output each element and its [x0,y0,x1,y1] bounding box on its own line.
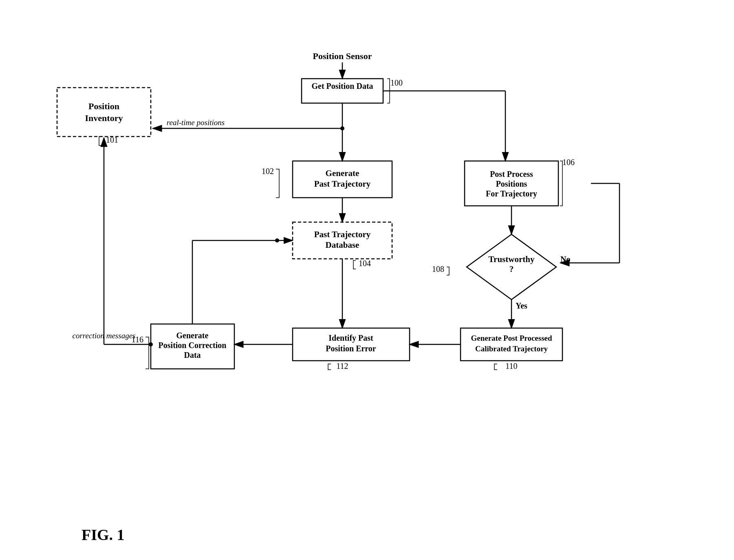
pp-text2: Positions [496,179,527,188]
gpt-text1: Generate [326,168,359,178]
ippe-text2: Position Error [326,344,376,353]
ref-108: 108 [432,265,444,273]
gpt-text2: Past Trajectory [314,179,371,189]
ref-102: 102 [262,167,274,176]
pp-text3: For Trajectory [486,189,537,198]
gpc-text2: Position Correction [159,341,227,350]
position-inventory-box [57,88,151,137]
position-sensor-label: Position Sensor [313,51,372,61]
position-inventory-text1: Position [88,101,119,111]
get-position-data-text: Get Position Data [311,82,373,90]
trustworthy-text1: Trustworthy [489,254,535,264]
trustworthy-text2: ? [509,264,514,274]
gpc-text3: Data [184,351,201,359]
flowchart-svg: Position Sensor Get Position Data 100 re… [33,24,701,493]
gpc-text1: Generate [176,331,209,340]
label-yes: Yes [516,301,527,310]
real-time-label: real-time positions [167,118,225,127]
ref-101: 101 [106,135,118,144]
ref-112: 112 [336,362,348,370]
gppc-text2: Calibrated Trajectory [475,344,548,353]
junction-dot-3 [275,238,279,243]
ptdb-text1: Past Trajectory [314,229,371,239]
ref-106: 106 [562,158,575,167]
position-inventory-text2: Inventory [85,113,123,123]
diagram-container: Position Sensor Get Position Data 100 re… [33,24,701,493]
gppc-text1: Generate Post Processed [471,334,552,342]
ippe-text1: Identify Past [328,333,373,343]
ref-110: 110 [505,362,517,370]
ref-104: 104 [359,259,371,268]
fig-label: FIG. 1 [82,526,125,544]
ref-100: 100 [390,78,403,87]
ptdb-text2: Database [326,240,359,250]
label-no: No [560,255,570,264]
pp-text1: Post Process [490,170,533,179]
